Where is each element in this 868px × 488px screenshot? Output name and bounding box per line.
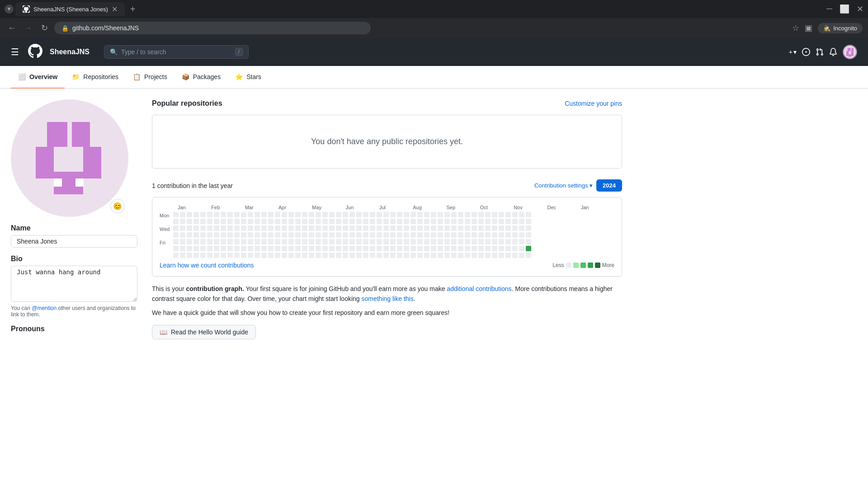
contrib-day [444,253,450,258]
contrib-day [390,253,396,258]
contrib-day [356,253,362,258]
contrib-day [282,219,287,224]
forward-btn[interactable]: → [22,22,34,34]
contrib-day [431,212,436,217]
contrib-day [214,239,219,244]
contrib-day [424,246,429,251]
contrib-day [424,219,429,224]
hamburger-menu-btn[interactable]: ☰ [11,47,19,57]
back-btn[interactable]: ← [5,22,18,34]
contrib-day [451,239,457,244]
contrib-day [193,246,199,251]
nav-projects[interactable]: 📋 Projects [126,66,175,89]
contrib-day [472,225,477,231]
mention-link[interactable]: @mention [32,305,57,311]
create-new-btn[interactable]: + ▾ [789,48,797,56]
contrib-day [349,225,355,231]
user-avatar[interactable] [843,45,857,59]
contrib-day [255,232,260,238]
bookmark-star-icon[interactable]: ☆ [792,23,799,33]
contrib-day [451,232,457,238]
tab-close-btn[interactable]: ✕ [112,5,118,14]
search-icon: 🔍 [110,48,118,56]
additional-contributions-link[interactable]: additional contributions [447,285,511,292]
pull-requests-icon-btn[interactable] [816,48,824,56]
github-logo[interactable] [28,44,42,61]
contrib-day [397,232,402,238]
browser-titlebar: ▼ SheenaJNS (Sheena Jones) ✕ + ─ ⬜ ✕ [0,0,868,18]
contrib-day [465,246,470,251]
legend-sq-3 [588,263,593,268]
contrib-day [512,253,518,258]
name-input[interactable] [11,235,137,248]
active-tab[interactable]: SheenaJNS (Sheena Jones) ✕ [15,2,125,16]
contrib-day [424,239,429,244]
contrib-week [227,212,233,258]
contrib-day [322,212,328,217]
contrib-day [512,219,518,224]
contrib-day [295,219,301,224]
bio-textarea[interactable]: Just wanna hang around [11,266,137,302]
contrib-day [295,239,301,244]
contrib-day [234,246,240,251]
contrib-day [207,246,212,251]
year-filter-btn[interactable]: 2024 [596,179,622,192]
contrib-week [424,212,429,258]
legend-sq-0 [566,263,571,268]
close-btn[interactable]: ✕ [857,4,863,14]
contrib-day [329,239,335,244]
nav-repositories[interactable]: 📁 Repositories [65,66,126,89]
contrib-day [397,225,402,231]
nav-stars[interactable]: ⭐ Stars [228,66,269,89]
contrib-day [519,239,524,244]
contrib-day [295,232,301,238]
contrib-day [302,246,307,251]
new-tab-btn[interactable]: + [127,4,139,14]
contrib-day [241,212,246,217]
nav-packages[interactable]: 📦 Packages [175,66,228,89]
contrib-day [349,239,355,244]
contrib-day [492,253,497,258]
contrib-day [505,246,511,251]
incognito-btn[interactable]: 🕵 Incognito [818,23,863,33]
contrib-day [519,225,524,231]
tab-circle-btn[interactable]: ▼ [5,5,14,14]
contrib-day [316,232,321,238]
lock-icon: 🔒 [61,25,69,32]
nav-overview[interactable]: ⬜ Overview [11,66,65,89]
refresh-btn[interactable]: ↻ [38,22,51,34]
avatar-edit-btn[interactable]: 😊 [110,199,125,213]
contrib-day [288,253,294,258]
contrib-day [261,225,267,231]
learn-contributions-link[interactable]: Learn how we count contributions [160,262,254,269]
minimize-btn[interactable]: ─ [826,4,832,14]
sidebar-btn[interactable]: ▣ [805,23,812,33]
empty-repos-message: You don't have any public repositories y… [152,115,622,169]
hello-world-btn[interactable]: 📖 Read the Hello World guide [152,325,256,339]
contrib-day [390,246,396,251]
day-empty2 [160,233,170,239]
contrib-day [512,246,518,251]
contrib-day [288,212,294,217]
contrib-day [275,246,280,251]
contrib-day [512,232,518,238]
contrib-day [309,219,314,224]
restore-btn[interactable]: ⬜ [840,4,849,14]
customize-pins-link[interactable]: Customize your pins [565,100,622,107]
tab-title: SheenaJNS (Sheena Jones) [33,6,108,13]
contrib-week [410,212,416,258]
contrib-day [187,232,192,238]
contrib-day [187,246,192,251]
gh-search-box[interactable]: 🔍 Type / to search / [104,45,249,59]
contrib-day [383,246,389,251]
something-like-this-link[interactable]: something like this [362,295,414,302]
contrib-week [363,212,368,258]
contrib-day [505,239,511,244]
notifications-icon-btn[interactable] [829,48,837,56]
contrib-day [180,219,185,224]
issues-icon-btn[interactable] [802,48,810,56]
contrib-day [221,239,226,244]
contrib-day [404,232,409,238]
address-bar[interactable]: 🔒 github.com/SheenaJNS [54,22,371,34]
contrib-settings-btn[interactable]: Contribution settings ▾ [534,182,593,189]
